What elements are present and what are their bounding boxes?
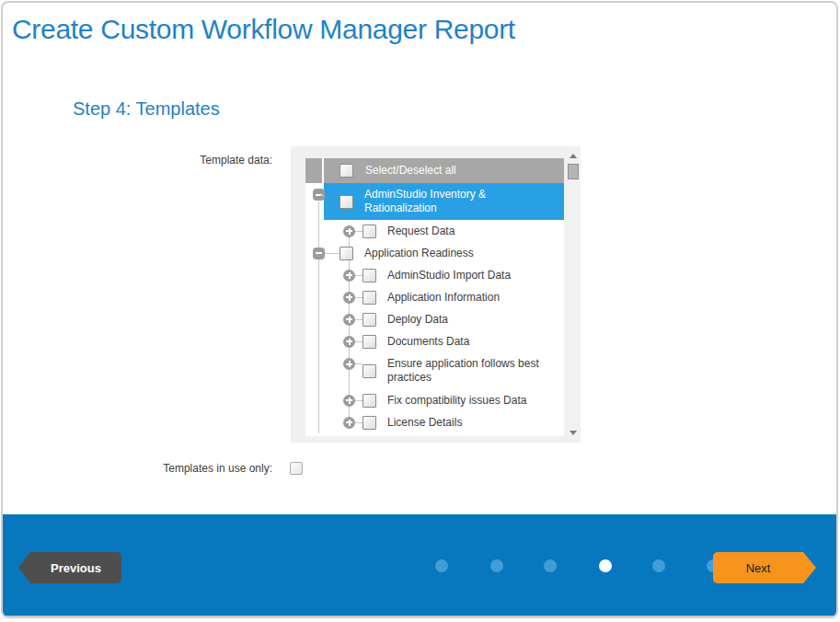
tree-item-checkbox[interactable] — [339, 195, 353, 209]
tree-scrollbar[interactable] — [566, 150, 581, 439]
template-data-label: Template data: — [58, 154, 272, 167]
step-title: Step 4: Templates — [73, 98, 220, 120]
tree-header-bar: Select/Deselect all — [324, 158, 564, 183]
collapse-icon[interactable] — [313, 248, 325, 259]
tree-connector — [325, 253, 339, 254]
next-button[interactable]: Next — [713, 552, 816, 583]
tree-item-label: AdminStudio Import Data — [387, 269, 511, 282]
tree-header-gutter — [305, 158, 322, 183]
tree-connector — [320, 195, 324, 196]
tree-item-label: Fix compatibility issues Data — [387, 394, 526, 408]
tree-item[interactable]: Deploy Data — [305, 308, 564, 330]
tree-connector — [355, 297, 362, 298]
tree-item-label: Ensure application follows best practice… — [387, 357, 562, 385]
tree-item-checkbox[interactable] — [362, 416, 376, 430]
tree-connector — [355, 422, 362, 423]
expand-icon[interactable] — [343, 417, 355, 429]
tree-item-label: Application Readiness — [364, 247, 474, 260]
step-dot — [490, 559, 503, 572]
tree-item-checkbox[interactable] — [362, 335, 376, 349]
tree-item[interactable]: Request Data — [305, 220, 564, 242]
template-tree: Select/Deselect all AdminStudio Inventor… — [305, 158, 564, 436]
wizard-dialog: Create Custom Workflow Manager Report St… — [1, 1, 838, 618]
tree-item-label: Application Information — [387, 291, 500, 305]
scroll-down-icon[interactable] — [570, 431, 577, 435]
tree-item[interactable]: Fix compatibility issues Data — [305, 389, 564, 411]
templates-in-use-checkbox[interactable] — [290, 462, 303, 475]
tree-item-checkbox[interactable] — [362, 313, 376, 327]
tree-item-label: AdminStudio Inventory & Rationalization — [364, 188, 521, 215]
expand-icon[interactable] — [343, 358, 355, 370]
select-all-checkbox[interactable] — [339, 164, 353, 178]
scroll-up-icon[interactable] — [570, 154, 577, 158]
tree-connector — [355, 400, 362, 401]
tree-connector — [355, 275, 362, 276]
expand-icon[interactable] — [343, 395, 355, 407]
templates-in-use-label: Templates in use only: — [58, 462, 272, 475]
tree-item[interactable]: Ensure application follows best practice… — [305, 352, 564, 389]
page-title: Create Custom Workflow Manager Report — [12, 14, 515, 45]
expand-icon[interactable] — [343, 225, 355, 237]
tree-item-checkbox[interactable] — [362, 225, 376, 238]
expand-icon[interactable] — [343, 314, 355, 326]
tree-connector — [355, 363, 362, 364]
tree-connector — [355, 319, 362, 320]
tree-item-label: License Details — [387, 416, 462, 430]
tree-item-checkbox[interactable] — [339, 247, 353, 260]
tree-item[interactable]: AdminStudio Import Data — [305, 264, 564, 286]
wizard-step-dots — [3, 559, 836, 572]
tree-item[interactable]: Application Information — [305, 286, 564, 308]
step-dot — [435, 559, 448, 572]
tree-item-label: Documents Data — [387, 335, 469, 349]
tree-item-checkbox[interactable] — [362, 364, 376, 378]
tree-item[interactable]: Application Readiness — [305, 242, 564, 264]
expand-icon[interactable] — [343, 292, 355, 304]
tree-header-row[interactable]: Select/Deselect all — [305, 158, 564, 183]
tree-item[interactable]: AdminStudio Inventory & Rationalization — [305, 183, 564, 220]
expand-icon[interactable] — [343, 336, 355, 348]
tree-item-checkbox[interactable] — [362, 394, 376, 408]
page-bottom-shadow — [3, 616, 836, 618]
next-button-label: Next — [746, 561, 771, 575]
select-all-label: Select/Deselect all — [365, 164, 456, 178]
step-dot — [544, 559, 557, 572]
tree-item-label: Request Data — [387, 225, 455, 238]
step-dot — [599, 559, 612, 572]
tree-item-label: Deploy Data — [387, 313, 448, 327]
tree-item-checkbox[interactable] — [362, 291, 376, 305]
tree-item[interactable]: Documents Data — [305, 330, 564, 352]
step-dot — [652, 559, 665, 572]
tree-item[interactable]: License Details — [305, 411, 564, 433]
scrollbar-thumb[interactable] — [568, 164, 579, 179]
tree-connector — [355, 231, 362, 232]
template-data-panel: Select/Deselect all AdminStudio Inventor… — [291, 146, 581, 443]
tree-item-checkbox[interactable] — [362, 269, 376, 282]
tree-connector — [355, 341, 362, 342]
expand-icon[interactable] — [343, 270, 355, 282]
